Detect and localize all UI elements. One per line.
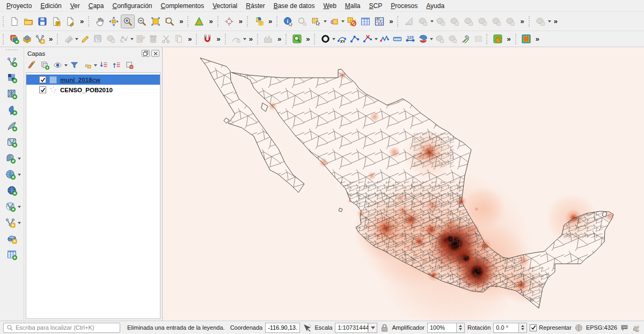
- dropdown-caret-icon[interactable]: [18, 206, 21, 210]
- expand-all-button[interactable]: [98, 59, 110, 71]
- filter-legend-button[interactable]: [68, 59, 80, 71]
- magnifier-spin-buttons[interactable]: [457, 323, 465, 333]
- numbering-tool-button[interactable]: 123: [404, 33, 416, 46]
- menu-web[interactable]: Web: [319, 1, 340, 11]
- measure-segment-button[interactable]: [391, 33, 404, 46]
- toolbar-overflow[interactable]: »: [275, 35, 284, 43]
- add-raster-layer-button[interactable]: [5, 71, 19, 85]
- pan-to-selection-button[interactable]: [107, 14, 121, 28]
- topology-tool-2-button[interactable]: [434, 14, 448, 28]
- messages-bubble-icon[interactable]: [620, 323, 629, 332]
- toolbar-drag-handle[interactable]: [486, 34, 489, 44]
- add-feature-button[interactable]: [104, 33, 117, 46]
- layout-manager-button[interactable]: [63, 14, 77, 28]
- crosshair-plugin-button[interactable]: [222, 14, 236, 28]
- toolbar-overflow[interactable]: »: [266, 17, 275, 25]
- toolbar-overflow[interactable]: »: [551, 17, 560, 25]
- topology-tool-5-button[interactable]: [475, 14, 489, 28]
- field-calculator-button[interactable]: [372, 14, 386, 28]
- new-virtual-table-button[interactable]: [5, 248, 19, 262]
- cut-features-button[interactable]: [159, 33, 172, 46]
- attribute-table-button[interactable]: [358, 14, 372, 28]
- menu-ayuda[interactable]: Ayuda: [422, 1, 449, 11]
- squiggle-digitize-button[interactable]: [378, 33, 391, 46]
- add-wfs-layer-button[interactable]: [3, 199, 17, 213]
- toolbar-overflow[interactable]: »: [177, 17, 186, 25]
- panel-float-button[interactable]: [142, 50, 150, 57]
- extents-toggle-icon[interactable]: [303, 323, 312, 332]
- remove-node-button[interactable]: [361, 33, 374, 46]
- new-project-button[interactable]: [8, 14, 21, 28]
- menu-configuracion[interactable]: Configuración: [108, 1, 156, 11]
- add-mesh-layer-button[interactable]: [5, 87, 19, 101]
- add-virtual-layer-button[interactable]: [5, 135, 19, 149]
- new-geopackage-layer-button[interactable]: [5, 232, 19, 246]
- lock-icon[interactable]: [380, 323, 389, 332]
- save-layer-edits-button[interactable]: [91, 33, 104, 46]
- menu-capa[interactable]: Capa: [84, 1, 108, 11]
- toolbar-drag-handle[interactable]: [515, 34, 518, 44]
- layer-row-censo-pob2010[interactable]: CENSO_POB2010: [26, 85, 160, 95]
- menu-proyecto[interactable]: Proyecto: [2, 1, 36, 11]
- zoom-full-extent-button[interactable]: [149, 14, 163, 28]
- dropdown-caret-icon[interactable]: [18, 158, 21, 161]
- layer-tree[interactable]: muni_2018cw CENSO_POB2010: [26, 72, 160, 319]
- zoom-out-button[interactable]: [135, 14, 149, 28]
- menu-edicion[interactable]: Edición: [36, 1, 65, 11]
- add-postgis-layer-button[interactable]: [3, 151, 17, 165]
- offset-disabled-button[interactable]: [433, 33, 446, 46]
- toolbar-drag-handle[interactable]: [88, 16, 91, 27]
- scale-value[interactable]: 1:10731444: [335, 323, 368, 333]
- vertex-tool-button[interactable]: fx: [117, 33, 130, 46]
- toolbar-drag-handle[interactable]: [247, 16, 250, 27]
- layer-visibility-checkbox[interactable]: [39, 76, 46, 83]
- filter-by-expression-button[interactable]: ε: [81, 59, 93, 71]
- vertex-tools-disabled-button[interactable]: [533, 14, 547, 28]
- menu-ver[interactable]: Ver: [66, 1, 84, 11]
- plugin-shortcut-button[interactable]: [491, 33, 504, 46]
- triangle-plugin-button[interactable]: [192, 14, 206, 28]
- xy-digitize-button[interactable]: XY: [335, 33, 348, 46]
- add-vector-layer-button[interactable]: [5, 55, 19, 69]
- render-checkbox[interactable]: [530, 324, 537, 331]
- rotation-spin-buttons[interactable]: [519, 323, 527, 333]
- browser-button[interactable]: [20, 33, 33, 46]
- layer-name[interactable]: muni_2018cw: [60, 77, 100, 83]
- layer-row-muni-2018cw[interactable]: muni_2018cw: [26, 75, 160, 85]
- identify-features-button[interactable]: i: [281, 14, 295, 28]
- toolbar-drag-handle[interactable]: [196, 34, 199, 44]
- pan-map-button[interactable]: [93, 14, 107, 28]
- menu-vectorial[interactable]: Vectorial: [208, 1, 241, 11]
- dropdown-caret-icon[interactable]: [18, 222, 21, 226]
- render-toggle[interactable]: Representar: [530, 324, 572, 331]
- task-puzzle-icon[interactable]: [632, 323, 641, 332]
- dropdown-caret-icon[interactable]: [94, 64, 97, 68]
- swap-geometry-button[interactable]: [416, 33, 429, 46]
- locator-input[interactable]: [16, 324, 117, 331]
- menu-base-de-datos[interactable]: Base de datos: [269, 1, 319, 11]
- menu-raster[interactable]: Ráster: [241, 1, 269, 11]
- panel-close-button[interactable]: [151, 50, 159, 57]
- crs-status[interactable]: EPSG:4326: [586, 324, 617, 331]
- rotation-value[interactable]: 0.0 °: [493, 323, 519, 333]
- menu-scp[interactable]: SCP: [365, 1, 387, 11]
- toolbar-overflow[interactable]: »: [206, 17, 215, 25]
- select-by-expression-button[interactable]: ε: [327, 14, 341, 28]
- magnifier-value[interactable]: 100%: [427, 323, 457, 333]
- toolbar-overflow[interactable]: »: [46, 35, 55, 43]
- histogram-disabled-button[interactable]: [262, 33, 275, 46]
- extent-disabled-button[interactable]: [472, 33, 485, 46]
- scale-combo[interactable]: 1:10731444: [335, 323, 377, 333]
- layer-visibility-checkbox[interactable]: [39, 86, 46, 93]
- topology-tool-4-button[interactable]: [462, 14, 475, 28]
- magnifier-spinbox[interactable]: 100%: [427, 323, 465, 333]
- toolbar-overflow[interactable]: »: [386, 17, 396, 25]
- toolbar-drag-handle[interactable]: [6, 49, 18, 52]
- new-print-layout-button[interactable]: [49, 14, 63, 28]
- add-delimited-text-layer-button[interactable]: [5, 103, 19, 117]
- node-chain-button[interactable]: [348, 33, 361, 46]
- toolbar-overflow[interactable]: »: [214, 35, 223, 43]
- data-source-manager-button[interactable]: [8, 33, 20, 46]
- new-shapefile-layer-side-button[interactable]: [3, 216, 17, 229]
- add-wcs-layer-button[interactable]: [5, 183, 19, 197]
